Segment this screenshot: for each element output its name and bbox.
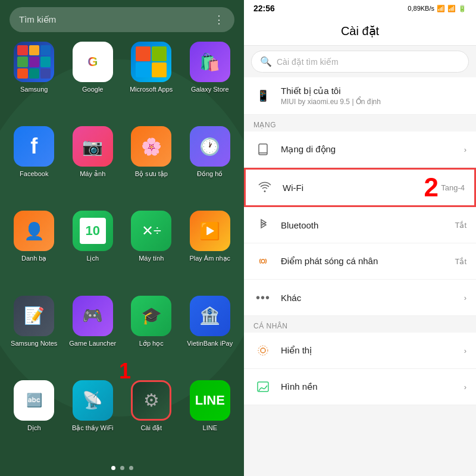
app-notes[interactable]: 📝 Samsung Notes — [10, 296, 59, 371]
bluetooth-icon — [253, 215, 273, 234]
app-microsoft[interactable]: Microsoft Apps — [127, 42, 176, 117]
app-calc[interactable]: ✕÷ Máy tính — [127, 211, 176, 286]
svg-point-3 — [261, 348, 265, 353]
camera-icon: 📷 — [73, 126, 113, 167]
settings-search-bar[interactable]: 🔍 Cài đặt tìm kiếm — [251, 51, 469, 73]
home-search-bar[interactable]: Tìm kiếm ⋮ — [10, 7, 234, 32]
app-game[interactable]: 🎮 Game Launcher — [68, 296, 118, 371]
mobile-icon — [253, 140, 273, 159]
contacts-label: Danh bạ — [21, 255, 46, 262]
settings-item-other[interactable]: ••• Khác › — [244, 280, 476, 316]
mobile-content: Mạng di động — [281, 144, 456, 155]
settings-item-wifi[interactable]: Wi-Fi Tang-4 2 — [244, 168, 476, 207]
wifi-icon — [255, 178, 274, 197]
display-title: Hiển thị — [281, 345, 456, 356]
apps-grid: Samsung G Google Microsoft Apps 🛍️ Galax… — [0, 37, 244, 460]
svg-point-4 — [258, 346, 268, 355]
status-bar: 22:56 0,89KB/s 📶 📶 🔋 — [244, 0, 476, 17]
app-contacts[interactable]: 👤 Danh bạ — [10, 211, 59, 286]
step-2-badge: 2 — [424, 173, 439, 202]
calc-icon: ✕÷ — [131, 211, 171, 251]
device-content: Thiết bị của tôi MIUI by xiaomi.eu 9.5 |… — [281, 86, 466, 106]
settings-item-wallpaper[interactable]: Hình nền › — [244, 369, 476, 405]
settings-list: 📱 Thiết bị của tôi MIUI by xiaomi.eu 9.5… — [244, 77, 476, 476]
other-content: Khác — [281, 293, 456, 303]
google-label: Google — [82, 86, 103, 93]
settings-item-device[interactable]: 📱 Thiết bị của tôi MIUI by xiaomi.eu 9.5… — [244, 77, 476, 115]
mobile-value: › — [464, 145, 466, 154]
device-subtitle: MIUI by xiaomi.eu 9.5 | Ổn định — [281, 98, 466, 106]
wifi-title: Wi-Fi — [283, 183, 433, 193]
wallpaper-content: Hình nền — [281, 381, 456, 392]
wifi-master-icon: 📡 — [73, 380, 113, 421]
display-content: Hiển thị — [281, 345, 456, 356]
step-1-badge: 1 — [119, 359, 131, 384]
app-calendar[interactable]: 10 Lịch — [68, 211, 118, 286]
notes-label: Samsung Notes — [11, 340, 57, 347]
class-icon: 🎓 — [131, 296, 171, 336]
app-wifi-master[interactable]: 📡 Bậc thầy WiFi — [68, 380, 118, 455]
other-value: › — [464, 293, 466, 302]
settings-item-mobile[interactable]: Mạng di động › — [244, 131, 476, 168]
notes-icon: 📝 — [14, 296, 54, 336]
wifi-master-label: Bậc thầy WiFi — [72, 424, 114, 432]
app-class[interactable]: 🎓 Lớp học — [127, 296, 176, 371]
bluetooth-content: Bluetooth — [281, 220, 446, 230]
samsung-icon — [14, 42, 54, 82]
line-icon: LINE — [190, 380, 230, 421]
settings-screen: 22:56 0,89KB/s 📶 📶 🔋 Cài đặt 🔍 Cài đặt t… — [244, 0, 476, 476]
app-galaxy[interactable]: 🛍️ Galaxy Store — [186, 42, 235, 117]
settings-item-display[interactable]: Hiển thị › — [244, 333, 476, 369]
viettin-icon: 🏦 — [190, 296, 230, 336]
wallpaper-value: › — [464, 383, 466, 392]
bluetooth-title: Bluetooth — [281, 220, 446, 230]
app-settings[interactable]: ⚙ Cài đặt — [127, 380, 176, 455]
app-line[interactable]: LINE LINE — [186, 380, 235, 455]
google-icon: G — [73, 42, 113, 82]
wifi-content: Wi-Fi — [283, 183, 433, 193]
gallery-icon: 🌸 — [131, 126, 171, 167]
music-icon: ▶️ — [190, 211, 230, 251]
dot-3 — [129, 466, 133, 470]
app-clock[interactable]: 🕐 Đồng hồ — [186, 126, 235, 201]
app-viettin[interactable]: 🏦 VietinBank iPay — [186, 296, 235, 371]
microsoft-label: Microsoft Apps — [130, 86, 173, 93]
settings-icon: ⚙ — [131, 380, 171, 421]
other-title: Khác — [281, 293, 456, 303]
settings-item-hotspot[interactable]: Điểm phát sóng cá nhân Tắt — [244, 243, 476, 280]
translate-icon: 🔤 — [14, 380, 54, 421]
translate-label: Dịch — [27, 424, 41, 432]
status-icons: 0,89KB/s 📶 📶 🔋 — [408, 5, 466, 12]
canhan-section-label: CÁ NHÂN — [244, 316, 476, 333]
settings-item-bluetooth[interactable]: Bluetooth Tắt — [244, 207, 476, 243]
gallery-label: Bộ sưu tập — [135, 170, 168, 178]
menu-dots[interactable]: ⋮ — [214, 13, 225, 26]
calendar-icon: 10 — [73, 211, 113, 251]
app-translate[interactable]: 🔤 Dịch — [10, 380, 59, 455]
app-facebook[interactable]: f Facebook — [10, 126, 59, 201]
hotspot-value: Tắt — [455, 257, 466, 266]
wallpaper-title: Hình nền — [281, 381, 456, 392]
facebook-icon: f — [14, 126, 54, 167]
game-icon: 🎮 — [73, 296, 113, 336]
wifi-value: Tang-4 — [441, 183, 465, 192]
hotspot-title: Điểm phát sóng cá nhân — [281, 256, 446, 267]
other-icon: ••• — [253, 288, 273, 307]
app-samsung[interactable]: Samsung — [10, 42, 59, 117]
app-gallery[interactable]: 🌸 Bộ sưu tập — [127, 126, 176, 201]
app-camera[interactable]: 📷 Máy ảnh — [68, 126, 118, 201]
microsoft-icon — [131, 42, 171, 82]
app-google[interactable]: G Google — [68, 42, 118, 117]
dot-2 — [120, 466, 124, 470]
app-music[interactable]: ▶️ Play Âm nhạc — [186, 211, 235, 286]
line-label: LINE — [203, 424, 217, 432]
search-icon: 🔍 — [260, 56, 272, 67]
hotspot-content: Điểm phát sóng cá nhân — [281, 256, 446, 267]
svg-point-2 — [261, 259, 265, 263]
clock-label: Đồng hồ — [197, 170, 223, 178]
settings-search-placeholder: Cài đặt tìm kiếm — [277, 57, 339, 67]
viettin-label: VietinBank iPay — [187, 340, 233, 347]
page-indicators — [0, 460, 244, 476]
device-title: Thiết bị của tôi — [281, 86, 466, 96]
bluetooth-value: Tắt — [455, 221, 466, 230]
